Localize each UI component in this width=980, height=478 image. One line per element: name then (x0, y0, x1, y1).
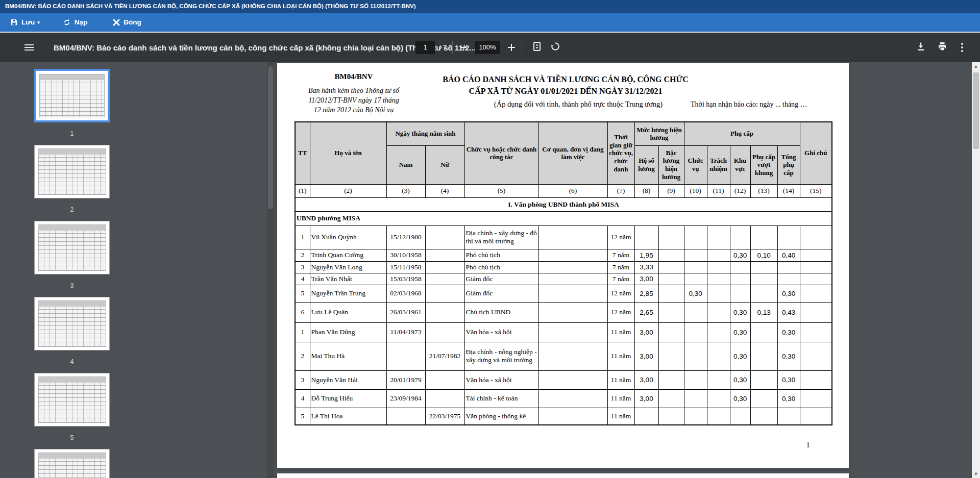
table-cell (538, 249, 607, 261)
table-cell (658, 285, 684, 302)
table-cell (425, 389, 464, 408)
page-thumbnail[interactable] (34, 449, 110, 478)
thumbnail-page-label: 5 (34, 426, 110, 449)
thumbnail-preview (38, 376, 106, 423)
table-cell (707, 261, 730, 273)
table-cell (658, 389, 684, 408)
zoom-out-button[interactable] (457, 33, 469, 62)
table-cell (707, 342, 730, 370)
fit-page-button[interactable] (530, 33, 544, 62)
page-thumbnail[interactable] (34, 297, 110, 350)
table-cell: Phó chủ tịch (464, 249, 538, 261)
table-cell: 23/09/1984 (386, 389, 425, 408)
thumbnail-page-label: 4 (34, 350, 110, 373)
pdf-document-title: BM04/BNV: Báo cáo danh sách và tiền lươn… (54, 33, 476, 62)
table-cell (634, 408, 658, 425)
scroll-down-arrow-icon[interactable]: ▼ (972, 470, 980, 478)
table-cell (800, 273, 832, 285)
table-cell (800, 302, 832, 322)
table-section-row: UBND phường MISA (295, 211, 832, 225)
col-header-notes: Ghi chú (800, 122, 832, 184)
table-cell: Địa chính - xây dựng - đô thị và môi trư… (464, 225, 538, 249)
close-button[interactable]: Đóng (113, 18, 141, 26)
page-number-footer: 1 (798, 441, 818, 449)
zoom-in-icon (508, 44, 515, 51)
table-cell: 0,43 (777, 302, 800, 322)
table-cell (658, 408, 684, 425)
table-cell (800, 322, 832, 342)
thumbnail-item (34, 449, 110, 478)
table-cell (684, 389, 707, 408)
table-row: 3Nguyễn Văn Long15/11/1958Phó chủ tịch7 … (295, 261, 832, 273)
col-header-agency: Cơ quan, đơn vị đang làm việc (538, 122, 607, 184)
table-cell (658, 225, 684, 249)
thumbnail-preview (38, 148, 106, 195)
print-button[interactable] (935, 33, 949, 62)
table-row: 1Phan Văn Dũng11/04/1973Văn hóa - xã hội… (295, 322, 832, 342)
table-cell: Phan Văn Dũng (310, 322, 386, 342)
table-cell: Nguyễn Văn Long (310, 261, 386, 273)
table-cell: 3 (295, 370, 310, 389)
table-cell: 3,00 (634, 370, 658, 389)
col-header-position: Chức vụ hoặc chức danh công tác (464, 122, 538, 184)
zoom-out-icon (460, 47, 467, 48)
download-button[interactable] (914, 33, 928, 62)
table-cell (538, 225, 607, 249)
table-cell: 0,30 (730, 249, 750, 261)
close-icon (113, 19, 120, 26)
table-cell: Tài chính - kế toán (464, 389, 538, 408)
col-header-khuvuc: Khu vực (730, 145, 750, 184)
page-number-input[interactable]: 1 (415, 41, 435, 54)
table-cell (684, 302, 707, 322)
table-cell: 26/03/1961 (386, 302, 425, 322)
table-cell (730, 225, 750, 249)
table-cell: 21/07/1982 (425, 342, 464, 370)
main-scrollbar[interactable]: ▲ ▼ (972, 62, 980, 478)
pdf-page-1: BM04/BNV Ban hành kèm theo Thông tư số 1… (277, 63, 849, 468)
page-thumbnail[interactable] (34, 373, 110, 426)
table-cell: 7 năm (607, 261, 634, 273)
table-cell (750, 273, 777, 285)
save-button[interactable]: Lưu ▾ (10, 18, 40, 26)
scroll-up-arrow-icon[interactable]: ▲ (972, 62, 980, 70)
column-number-row: (1) (2) (3) (4) (5) (6) (7) (8) (9) (10)… (295, 184, 832, 197)
table-cell: Phó chủ tịch (464, 261, 538, 273)
page-thumbnail[interactable] (34, 145, 110, 198)
table-cell (538, 389, 607, 408)
table-row: 4Đỗ Trung Hiếu23/09/1984Tài chính - kế t… (295, 389, 832, 408)
main-scrollbar-thumb[interactable] (973, 72, 979, 149)
table-cell (538, 322, 607, 342)
page-thumbnail[interactable] (34, 69, 110, 122)
table-cell (707, 225, 730, 249)
table-cell (707, 249, 730, 261)
sidebar-scrollbar-thumb[interactable] (268, 66, 273, 209)
table-cell: 1,95 (634, 249, 658, 261)
thumbnail-sidebar: 12345 (34, 69, 110, 478)
table-row: 2Trịnh Quan Cường30/10/1958Phó chủ tịch7… (295, 249, 832, 261)
more-options-button[interactable] (957, 33, 968, 62)
thumbnail-page-label: 3 (34, 274, 110, 297)
save-label: Lưu (21, 18, 35, 26)
col-header-salary: Mức lương hiện hưởng (634, 122, 684, 145)
menu-icon[interactable] (22, 33, 36, 62)
zoom-in-button[interactable] (505, 33, 518, 62)
col-header-tong: Tổng phụ cấp (777, 145, 800, 184)
thumbnail-page-label: 1 (34, 122, 110, 145)
table-cell (684, 249, 707, 261)
table-row: 6Lưu Lê Quân26/03/1961Chủ tịch UBND12 nă… (295, 302, 832, 322)
table-cell: 0,13 (750, 302, 777, 322)
reload-button[interactable]: Nạp (63, 18, 88, 27)
sidebar-scrollbar[interactable] (267, 62, 274, 478)
table-cell (684, 273, 707, 285)
zoom-level-value[interactable]: 100% (475, 41, 500, 54)
table-cell (707, 273, 730, 285)
rotate-button[interactable] (548, 33, 562, 62)
table-cell: 0,30 (777, 322, 800, 342)
thumbnail-item: 5 (34, 373, 110, 449)
table-cell (750, 408, 777, 425)
page-thumbnail[interactable] (34, 221, 110, 274)
rotate-icon (550, 41, 560, 54)
table-cell: 4 (295, 273, 310, 285)
col-header-allowance: Phụ cấp (684, 122, 800, 145)
table-cell: 20/01/1979 (386, 370, 425, 389)
